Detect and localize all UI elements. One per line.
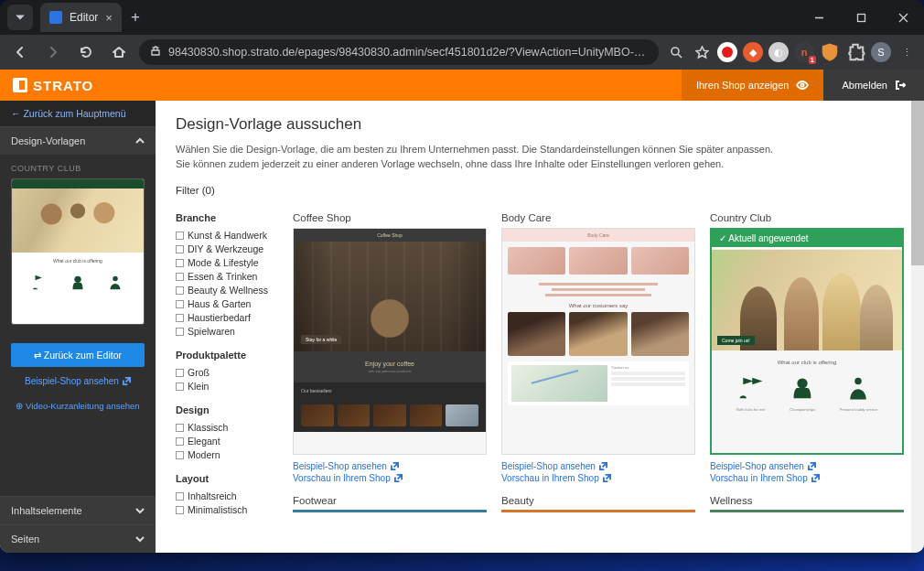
extension-icon[interactable]: n1 xyxy=(794,42,814,62)
video-guide-link[interactable]: Video-Kurzanleitung ansehen xyxy=(0,390,156,426)
checkbox-icon xyxy=(176,232,184,240)
nav-reload-button[interactable] xyxy=(73,39,99,65)
favicon-icon xyxy=(49,11,62,24)
extension-icon[interactable] xyxy=(717,42,737,62)
filter-checkbox[interactable]: Essen & Trinken xyxy=(176,270,278,284)
view-shop-button[interactable]: Ihren Shop anzeigen xyxy=(682,70,824,101)
back-to-main-link[interactable]: Zurück zum Hauptmenü xyxy=(0,101,156,126)
template-preview[interactable]: Aktuell angewendet Come join us! What ou… xyxy=(710,228,904,455)
checkbox-icon xyxy=(176,451,184,459)
external-link-icon xyxy=(808,462,816,470)
template-preview[interactable]: Coffee Shop Stay for a while Enjoy your … xyxy=(293,228,487,455)
checkbox-icon xyxy=(176,382,184,391)
nav-forward-button[interactable] xyxy=(40,39,66,65)
sidebar: Zurück zum Hauptmenü Design-Vorlagen COU… xyxy=(0,101,156,553)
template-name: Wellness xyxy=(710,495,904,506)
bookmark-icon[interactable] xyxy=(692,42,712,62)
template-preview[interactable]: Body Care What our customers say Contact… xyxy=(501,228,695,455)
minimize-button[interactable] xyxy=(798,0,840,35)
svg-point-4 xyxy=(672,48,679,55)
extensions-menu-icon[interactable] xyxy=(845,42,865,62)
browser-menu-icon[interactable]: ⋮ xyxy=(897,42,917,62)
filter-checkbox[interactable]: Haus & Garten xyxy=(176,297,278,311)
template-accent xyxy=(501,510,695,512)
filter-checkbox[interactable]: Spielwaren xyxy=(176,325,278,339)
filter-checkbox[interactable]: Inhaltsreich xyxy=(176,490,278,503)
svg-point-2 xyxy=(155,47,156,48)
page-description: Wählen Sie die Design-Vorlage, die am be… xyxy=(176,143,904,172)
nav-back-button[interactable] xyxy=(7,39,33,65)
checkbox-icon xyxy=(176,506,184,514)
example-shop-link[interactable]: Beispiel-Shop ansehen xyxy=(0,372,156,390)
browser-window: Editor × + 98430830.shop.strato.de/epage… xyxy=(0,0,924,553)
filter-checkbox[interactable]: Minimalistisch xyxy=(176,503,278,517)
tab-title: Editor xyxy=(70,11,98,24)
external-link-icon xyxy=(123,377,131,385)
filter-checkbox[interactable]: Klassisch xyxy=(176,421,278,435)
template-example-link[interactable]: Beispiel-Shop ansehen xyxy=(501,460,695,472)
extension-icon[interactable]: ◐ xyxy=(768,42,789,62)
brand-text: STRATO xyxy=(33,78,93,93)
external-link-icon xyxy=(599,462,607,470)
close-button[interactable] xyxy=(882,0,924,35)
extension-icon[interactable]: ◆ xyxy=(743,42,763,62)
chevron-down-icon xyxy=(135,534,145,544)
new-tab-button[interactable]: + xyxy=(131,8,140,27)
window-controls xyxy=(798,0,924,35)
filter-checkbox[interactable]: Haustierbedarf xyxy=(176,311,278,325)
maximize-button[interactable] xyxy=(840,0,882,35)
template-name: Footwear xyxy=(293,495,487,506)
eye-icon xyxy=(796,79,809,92)
checkbox-icon xyxy=(176,328,184,336)
page-scrollbar[interactable] xyxy=(911,101,924,553)
template-card-country: Country Club Aktuell angewendet Come joi… xyxy=(710,212,904,528)
back-to-editor-button[interactable]: Zurück zum Editor xyxy=(11,343,145,367)
template-preview-link[interactable]: Vorschau in Ihrem Shop xyxy=(710,472,904,484)
filter-count[interactable]: Filter (0) xyxy=(176,185,904,196)
template-grid: Coffee Shop Coffee Shop Stay for a while… xyxy=(293,212,904,528)
filter-checkbox[interactable]: Kunst & Handwerk xyxy=(176,229,278,242)
template-example-link[interactable]: Beispiel-Shop ansehen xyxy=(710,460,904,472)
svg-point-3 xyxy=(157,47,159,48)
svg-point-9 xyxy=(855,378,863,385)
chevron-down-icon xyxy=(135,506,145,515)
template-accent xyxy=(710,510,904,512)
checkbox-icon xyxy=(176,273,184,281)
filter-checkbox[interactable]: Klein xyxy=(176,380,278,393)
checkbox-icon xyxy=(176,245,184,253)
filter-checkbox[interactable]: Mode & Lifestyle xyxy=(176,256,278,270)
external-link-icon xyxy=(394,474,403,482)
template-preview-link[interactable]: Vorschau in Ihrem Shop xyxy=(501,472,695,484)
filter-checkbox[interactable]: Elegant xyxy=(176,435,278,448)
svg-rect-0 xyxy=(857,14,865,21)
checkbox-icon xyxy=(176,314,184,322)
svg-point-5 xyxy=(801,83,804,86)
current-template-thumbnail[interactable]: What our club is offering xyxy=(11,178,145,325)
template-preview-link[interactable]: Vorschau in Ihrem Shop xyxy=(293,472,487,484)
checkbox-icon xyxy=(176,259,184,267)
filter-checkbox[interactable]: DIY & Werkzeuge xyxy=(176,242,278,256)
logout-button[interactable]: Abmelden xyxy=(823,70,924,101)
external-link-icon xyxy=(811,474,820,482)
filter-checkbox[interactable]: Modern xyxy=(176,448,278,462)
zoom-icon[interactable] xyxy=(666,42,686,62)
profile-button[interactable]: S xyxy=(871,42,891,62)
brand-logo[interactable]: STRATO xyxy=(0,78,106,93)
browser-tab[interactable]: Editor × xyxy=(40,3,122,32)
filter-checkbox[interactable]: Beauty & Wellness xyxy=(176,284,278,297)
sidebar-section-design[interactable]: Design-Vorlagen xyxy=(0,126,156,155)
shield-icon[interactable] xyxy=(820,42,840,62)
site-settings-icon[interactable] xyxy=(150,46,161,59)
nav-home-button[interactable] xyxy=(106,39,132,65)
sidebar-section-content[interactable]: Inhaltselemente xyxy=(0,496,156,524)
brand-mark-icon xyxy=(13,78,27,92)
checkbox-icon xyxy=(176,300,184,308)
filter-checkbox[interactable]: Groß xyxy=(176,366,278,380)
address-bar: 98430830.shop.strato.de/epages/98430830.… xyxy=(0,35,924,70)
sidebar-section-pages[interactable]: Seiten xyxy=(0,524,156,553)
checkbox-icon xyxy=(176,424,184,432)
tab-close-icon[interactable]: × xyxy=(105,11,113,25)
tab-list-button[interactable] xyxy=(7,5,33,30)
url-field[interactable]: 98430830.shop.strato.de/epages/98430830.… xyxy=(139,39,659,65)
template-example-link[interactable]: Beispiel-Shop ansehen xyxy=(293,460,487,472)
